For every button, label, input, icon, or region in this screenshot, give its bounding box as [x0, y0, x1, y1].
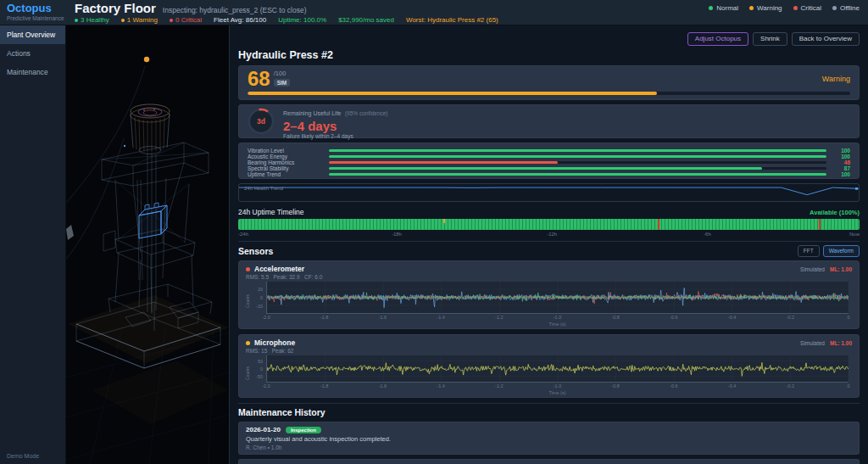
metric-bar-fill	[329, 161, 558, 165]
metric-label: Acoustic Energy	[248, 154, 322, 159]
y-tick-label: -50	[251, 374, 263, 379]
microphone-status-dot	[246, 341, 250, 345]
critical-dot	[793, 6, 798, 10]
accelerometer-chart: Counts 200-20 -2.0-1.8-1.6-1.4-1.2-1.0-0…	[246, 282, 852, 326]
x-tick-label: -0.8	[611, 315, 619, 320]
x-tick-label: -1.0	[554, 383, 561, 389]
sensor-mode-toggle: FFTWaveform	[798, 245, 860, 257]
metric-bar-fill	[329, 167, 762, 171]
x-tick-label: -0.2	[787, 315, 794, 320]
stat-label: 0 Critical	[175, 16, 202, 24]
accelerometer-stats: RMS: 5.5 Peak: 32.9 CF: 6.0	[246, 274, 852, 280]
health-trend-label: 24h Health Trend	[244, 186, 283, 191]
warning-marker-dot	[144, 57, 149, 62]
y-tick-label: 50	[251, 359, 263, 364]
timeline-tick-label: Now	[849, 232, 860, 237]
demo-mode-label: Demo Mode	[7, 453, 39, 459]
shrink-button[interactable]: Shrink	[753, 32, 787, 46]
legend-critical: Critical	[793, 4, 821, 12]
uptime-title: 24h Uptime Timeline	[238, 208, 303, 216]
metric-label: Vibration Level	[248, 148, 322, 154]
rul-card: 3d Remaining Useful Life (95% confidence…	[238, 104, 860, 138]
sidebar-nav: Plant OverviewActionsMaintenance	[0, 25, 65, 81]
rul-value: 2–4 days	[283, 120, 388, 132]
adjust-octopus-button[interactable]: Adjust Octopus	[687, 32, 748, 46]
fleet-stats: 3 Healthy1 Warning0 CriticalFleet Avg: 8…	[75, 16, 860, 24]
timeline-event-critical	[658, 219, 659, 230]
metric-row-vibration-level: Vibration Level100	[248, 148, 850, 154]
warning-dot	[749, 6, 754, 10]
metric-value: 100	[833, 148, 850, 154]
app-title: Octopus	[7, 3, 66, 14]
app-root: Octopus Predictive Maintenance Factory F…	[0, 0, 868, 464]
x-tick-label: -0.6	[670, 315, 677, 320]
sidebar-item-maintenance[interactable]: Maintenance	[0, 63, 65, 81]
y-tick-label: -20	[251, 304, 263, 309]
brand: Octopus Predictive Maintenance	[0, 0, 66, 25]
history-entry[interactable]: 2026-02-10RepairReplaced cracked hydraul…	[238, 459, 860, 464]
microphone-x-ticks: -2.0-1.8-1.6-1.4-1.2-1.0-0.8-0.6-0.4-0.2…	[266, 383, 849, 389]
x-tick-label: 0	[847, 315, 849, 320]
health-trend-box: 24h Health Trend	[238, 183, 860, 202]
microphone-x-axis-label: Time (s)	[266, 390, 849, 395]
fleet-stat-3-healthy: 3 Healthy	[75, 16, 109, 24]
accelerometer-plot	[266, 282, 849, 314]
x-tick-label: -2.0	[262, 315, 270, 320]
metric-label: Uptime Trend	[248, 171, 322, 177]
x-tick-label: -0.4	[728, 315, 736, 320]
x-tick-label: -0.6	[670, 383, 677, 389]
stat-dot	[75, 19, 78, 22]
history-date: 2026-01-20	[246, 426, 281, 433]
y-tick-label: 0	[251, 295, 263, 300]
health-score-fill	[248, 92, 657, 95]
press-crown	[131, 104, 170, 154]
uptime-timeline[interactable]	[238, 219, 860, 230]
normal-dot	[709, 6, 713, 10]
metric-value: 100	[833, 171, 850, 177]
back-to-overview-button[interactable]: Back to Overview	[792, 32, 860, 46]
status-legend: NormalWarningCriticalOffline	[709, 4, 860, 12]
metric-value: 87	[833, 165, 850, 171]
fleet-stat-uptime-100-0: Uptime: 100.0%	[278, 16, 326, 24]
offline-dot	[832, 6, 837, 10]
metric-value: 46	[833, 159, 850, 165]
metric-row-uptime-trend: Uptime Trend100	[248, 171, 850, 177]
detail-panel: Adjust OctopusShrinkBack to Overview Hyd…	[229, 25, 868, 464]
legend-label: Offline	[840, 4, 860, 12]
microphone-title: Microphone	[254, 338, 295, 347]
metric-row-bearing-harmonics: Bearing Harmonics46	[248, 159, 850, 165]
top-bar: Octopus Predictive Maintenance Factory F…	[0, 0, 868, 25]
sidebar-item-plant-overview[interactable]: Plant Overview	[0, 25, 65, 44]
sensor-mode-waveform[interactable]: Waveform	[823, 245, 860, 257]
rul-note: Failure likely within 2–4 days	[283, 133, 388, 139]
timeline-tick-label: -18h	[392, 232, 402, 237]
fleet-stat-1-warning: 1 Warning	[121, 16, 158, 24]
legend-label: Critical	[801, 4, 821, 12]
divider	[238, 241, 860, 242]
stat-dot	[170, 19, 173, 22]
metrics-card: Vibration Level100Acoustic Energy100Bear…	[238, 143, 860, 179]
y-tick-label: 20	[251, 287, 263, 292]
stat-label: Worst: Hydraulic Press #2 (65)	[406, 16, 498, 24]
timeline-tick-label: -12h	[547, 232, 557, 237]
header-title-row: Factory Floor Inspecting: hydraulic_pres…	[75, 2, 860, 14]
stat-label: $32,990/mo saved	[338, 16, 394, 24]
stat-label: 3 Healthy	[81, 16, 109, 24]
rul-gauge: 3d	[248, 108, 275, 135]
sensor-mode-fft[interactable]: FFT	[798, 245, 820, 257]
microphone-chart: Counts 500-50 -2.0-1.8-1.6-1.4-1.2-1.0-0…	[246, 355, 852, 394]
sidebar-item-actions[interactable]: Actions	[0, 44, 65, 63]
maintenance-history-list: 2026-01-20InspectionQuarterly visual and…	[238, 422, 860, 464]
legend-label: Warning	[757, 4, 782, 12]
microphone-stats: RMS: 15 Peak: 62	[246, 348, 852, 354]
timeline-event-warning	[443, 219, 445, 223]
uptime-status: Available (100%)	[810, 209, 860, 216]
history-entry[interactable]: 2026-01-20InspectionQuarterly visual and…	[238, 422, 860, 455]
accelerometer-simulated-label: Simulated	[800, 266, 825, 272]
sim-badge: SIM	[274, 79, 291, 87]
press-3d-wireframe	[66, 25, 229, 464]
metric-row-spectral-stability: Spectral Stability87	[248, 165, 850, 171]
x-tick-label: -1.6	[379, 315, 387, 320]
accelerometer-x-ticks: -2.0-1.8-1.6-1.4-1.2-1.0-0.8-0.6-0.4-0.2…	[266, 314, 849, 320]
fleet-stat-0-critical: 0 Critical	[170, 16, 202, 24]
